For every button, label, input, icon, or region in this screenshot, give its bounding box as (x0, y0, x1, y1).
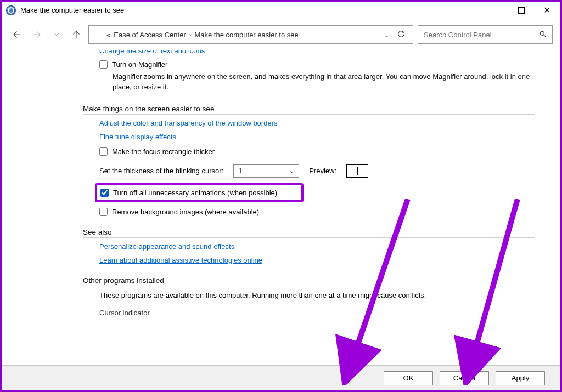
cursor-thickness-value: 1 (238, 167, 242, 175)
preview-label: Preview: (309, 167, 336, 175)
window-title: Make the computer easier to see (20, 6, 124, 14)
svg-point-0 (540, 31, 544, 35)
breadcrumb[interactable]: « Ease of Access Center › Make the compu… (88, 25, 413, 44)
control-panel-icon (92, 30, 102, 39)
breadcrumb-part-2[interactable]: Make the computer easier to see (194, 31, 298, 39)
search-input[interactable] (424, 31, 539, 39)
link-adjust-color[interactable]: Adjust the color and transparency of the… (99, 119, 535, 127)
forward-button[interactable] (29, 27, 44, 42)
chevron-right-icon: › (189, 31, 192, 38)
other-programs-description: These programs are available on this com… (99, 291, 535, 301)
link-fine-tune[interactable]: Fine tune display effects (99, 133, 535, 141)
chevron-down-icon: ⌄ (289, 167, 294, 174)
search-box[interactable] (418, 25, 553, 44)
breadcrumb-part-1[interactable]: Ease of Access Center (114, 31, 186, 39)
arrow-up-icon (71, 30, 81, 39)
refresh-icon (397, 30, 406, 38)
app-icon (6, 5, 16, 15)
remove-bg-checkbox[interactable] (99, 208, 108, 216)
breadcrumb-prefix: « (106, 31, 110, 39)
section-see-also: See also (83, 228, 535, 238)
link-change-size[interactable]: Change the size of text and icons (99, 50, 535, 55)
magnifier-description: Magnifier zooms in anywhere on the scree… (113, 72, 535, 93)
maximize-button[interactable] (509, 2, 534, 19)
turn-off-animations-row: Turn off all unnecessary animations (whe… (100, 189, 298, 197)
chevron-down-icon (53, 31, 60, 38)
recent-dropdown[interactable] (49, 27, 64, 42)
cursor-thickness-row: Set the thickness of the blinking cursor… (99, 164, 535, 178)
arrow-right-icon (32, 30, 42, 39)
title-bar: Make the computer easier to see ✕ (2, 2, 560, 19)
breadcrumb-chevron-down-icon[interactable]: ⌄ (384, 31, 390, 39)
link-personalize[interactable]: Personalize appearance and sound effects (99, 242, 535, 251)
content-area: Change the size of text and icons Turn o… (2, 50, 560, 365)
search-icon (539, 30, 547, 39)
magnifier-label: Turn on Magnifier (112, 60, 167, 69)
focus-rectangle-checkbox[interactable] (99, 147, 108, 156)
remove-bg-row: Remove background images (where availabl… (99, 208, 535, 216)
ok-button[interactable]: OK (384, 371, 433, 385)
cursor-thickness-dropdown[interactable]: 1 ⌄ (233, 164, 299, 178)
close-button[interactable]: ✕ (534, 2, 559, 19)
refresh-button[interactable] (393, 30, 409, 40)
minimize-button[interactable] (484, 2, 509, 19)
arrow-left-icon (12, 30, 22, 39)
focus-rectangle-label: Make the focus rectangle thicker (112, 147, 215, 156)
up-button[interactable] (69, 27, 84, 42)
cursor-indicator-label: Cursor indicator (99, 309, 535, 317)
cancel-button[interactable]: Cancel (440, 371, 489, 385)
turn-off-animations-label: Turn off all unnecessary animations (whe… (113, 189, 277, 197)
cursor-preview (346, 164, 368, 178)
magnifier-checkbox[interactable] (99, 60, 108, 69)
nav-bar: « Ease of Access Center › Make the compu… (2, 19, 560, 50)
highlight-turn-off-animations: Turn off all unnecessary animations (whe… (95, 183, 304, 202)
section-other-programs: Other programs installed (83, 276, 535, 286)
focus-rectangle-row: Make the focus rectangle thicker (99, 147, 535, 156)
footer-bar: OK Cancel Apply (2, 365, 560, 390)
apply-button[interactable]: Apply (496, 371, 545, 385)
remove-bg-label: Remove background images (where availabl… (112, 208, 259, 216)
cursor-thickness-label: Set the thickness of the blinking cursor… (99, 167, 223, 175)
section-make-things-easier: Make things on the screen easier to see (83, 105, 535, 115)
magnifier-checkbox-row: Turn on Magnifier (99, 60, 535, 69)
link-learn-assistive[interactable]: Learn about additional assistive technol… (99, 256, 535, 264)
back-button[interactable] (9, 27, 25, 42)
turn-off-animations-checkbox[interactable] (100, 189, 109, 197)
